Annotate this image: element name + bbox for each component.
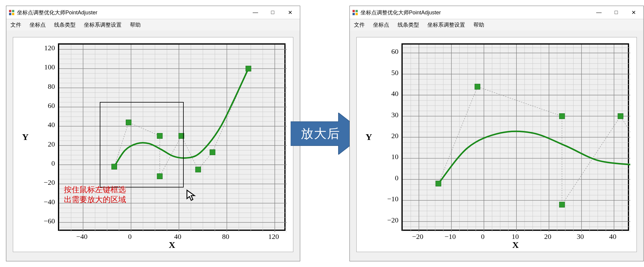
svg-rect-3 bbox=[12, 13, 14, 15]
client-area: −20−10010203040−20−100102030405060YX bbox=[350, 30, 643, 261]
y-tick-label: 10 bbox=[381, 153, 398, 161]
menu-linetype[interactable]: 线条类型 bbox=[54, 21, 76, 28]
x-tick-label: 40 bbox=[169, 233, 187, 241]
window-controls: — □ ✕ bbox=[247, 6, 299, 19]
svg-rect-81 bbox=[355, 10, 358, 12]
maximize-button[interactable]: □ bbox=[608, 6, 625, 19]
control-point[interactable] bbox=[195, 167, 201, 172]
app-window-right: 坐标点调整优化大师PointAdjuster — □ ✕ 文件 坐标点 线条类型… bbox=[349, 6, 644, 261]
x-tick-label: 0 bbox=[121, 233, 139, 241]
menu-help[interactable]: 帮助 bbox=[130, 21, 141, 28]
y-tick-label: −10 bbox=[381, 195, 398, 203]
maximize-button[interactable]: □ bbox=[264, 6, 281, 19]
y-tick-label: 80 bbox=[37, 83, 55, 91]
control-point[interactable] bbox=[559, 202, 565, 207]
app-window-left: 坐标点调整优化大师PointAdjuster — □ ✕ 文件 坐标点 线条类型… bbox=[6, 6, 300, 261]
y-tick-label: 30 bbox=[381, 111, 398, 119]
y-tick-label: −60 bbox=[37, 217, 55, 225]
menu-file[interactable]: 文件 bbox=[10, 21, 21, 28]
svg-rect-80 bbox=[352, 10, 355, 12]
x-tick-label: 20 bbox=[539, 233, 557, 241]
control-point[interactable] bbox=[475, 84, 480, 89]
menu-linetype[interactable]: 线条类型 bbox=[398, 21, 419, 28]
app-icon bbox=[352, 10, 358, 16]
y-tick-label: −20 bbox=[37, 178, 55, 187]
menu-points[interactable]: 坐标点 bbox=[373, 21, 389, 28]
y-tick-label: −20 bbox=[381, 216, 398, 224]
y-tick-label: 0 bbox=[381, 174, 398, 182]
y-tick-label: 120 bbox=[37, 44, 55, 52]
close-button[interactable]: ✕ bbox=[625, 6, 642, 19]
control-point[interactable] bbox=[618, 114, 623, 119]
x-tick-label: 120 bbox=[265, 233, 283, 241]
chart-panel: −4004080120−60−40−20020406080100120YX按住鼠… bbox=[13, 37, 293, 252]
close-button[interactable]: ✕ bbox=[281, 6, 299, 19]
x-tick-label: 80 bbox=[217, 233, 234, 241]
client-area: −4004080120−60−40−20020406080100120YX按住鼠… bbox=[6, 30, 300, 261]
x-tick-label: −20 bbox=[409, 233, 427, 241]
menubar: 文件 坐标点 线条类型 坐标系调整设置 帮助 bbox=[6, 19, 300, 30]
y-axis-label: Y bbox=[22, 132, 29, 142]
menu-coord-settings[interactable]: 坐标系调整设置 bbox=[427, 21, 465, 28]
svg-rect-1 bbox=[12, 10, 14, 12]
control-point[interactable] bbox=[436, 181, 441, 186]
y-tick-label: 100 bbox=[37, 63, 55, 71]
control-point[interactable] bbox=[559, 114, 565, 119]
x-tick-label: −10 bbox=[441, 233, 459, 241]
x-axis-label: X bbox=[169, 240, 175, 250]
svg-rect-2 bbox=[9, 13, 11, 15]
x-tick-label: −40 bbox=[73, 233, 91, 241]
titlebar[interactable]: 坐标点调整优化大师PointAdjuster — □ ✕ bbox=[6, 6, 300, 19]
x-tick-label: 0 bbox=[474, 233, 492, 241]
spline-curve bbox=[438, 131, 630, 184]
window-controls: — □ ✕ bbox=[590, 6, 642, 19]
minimize-button[interactable]: — bbox=[247, 6, 264, 19]
menu-help[interactable]: 帮助 bbox=[473, 21, 484, 28]
y-tick-label: 40 bbox=[37, 121, 55, 129]
y-tick-label: −40 bbox=[37, 198, 55, 206]
svg-rect-82 bbox=[352, 13, 355, 15]
x-tick-label: 10 bbox=[506, 233, 524, 241]
svg-rect-83 bbox=[355, 13, 358, 15]
y-tick-label: 60 bbox=[37, 102, 55, 110]
y-tick-label: 0 bbox=[37, 159, 55, 167]
control-point[interactable] bbox=[246, 66, 251, 71]
window-title: 坐标点调整优化大师PointAdjuster bbox=[17, 9, 247, 16]
window-title: 坐标点调整优化大师PointAdjuster bbox=[361, 9, 590, 16]
y-tick-label: 40 bbox=[381, 90, 398, 98]
y-tick-label: 60 bbox=[381, 48, 398, 56]
arrow-label: 放大后 bbox=[301, 125, 340, 142]
minimize-button[interactable]: — bbox=[590, 6, 608, 19]
y-tick-label: 50 bbox=[381, 69, 398, 77]
menu-file[interactable]: 文件 bbox=[354, 21, 365, 28]
titlebar[interactable]: 坐标点调整优化大师PointAdjuster — □ ✕ bbox=[350, 6, 643, 19]
chart-panel: −20−10010203040−20−100102030405060YX bbox=[356, 37, 637, 252]
zoom-selection-rect[interactable] bbox=[100, 102, 184, 187]
app-icon bbox=[9, 10, 15, 16]
y-tick-label: 20 bbox=[381, 132, 398, 140]
cursor-icon bbox=[186, 189, 196, 202]
y-tick-label: 20 bbox=[37, 140, 55, 148]
control-point[interactable] bbox=[210, 149, 215, 155]
x-tick-label: 30 bbox=[571, 233, 589, 241]
x-tick-label: 40 bbox=[604, 233, 622, 241]
zoom-instruction-text: 按住鼠标左键框选出需要放大的区域 bbox=[64, 185, 126, 205]
menu-coord-settings[interactable]: 坐标系调整设置 bbox=[84, 21, 122, 28]
menubar: 文件 坐标点 线条类型 坐标系调整设置 帮助 bbox=[350, 19, 643, 30]
menu-points[interactable]: 坐标点 bbox=[30, 21, 46, 28]
x-axis-label: X bbox=[512, 240, 519, 250]
transition-arrow: 放大后 bbox=[300, 6, 349, 261]
chart-plot-area[interactable] bbox=[401, 43, 629, 231]
svg-rect-0 bbox=[9, 10, 11, 12]
y-axis-label: Y bbox=[366, 132, 372, 142]
